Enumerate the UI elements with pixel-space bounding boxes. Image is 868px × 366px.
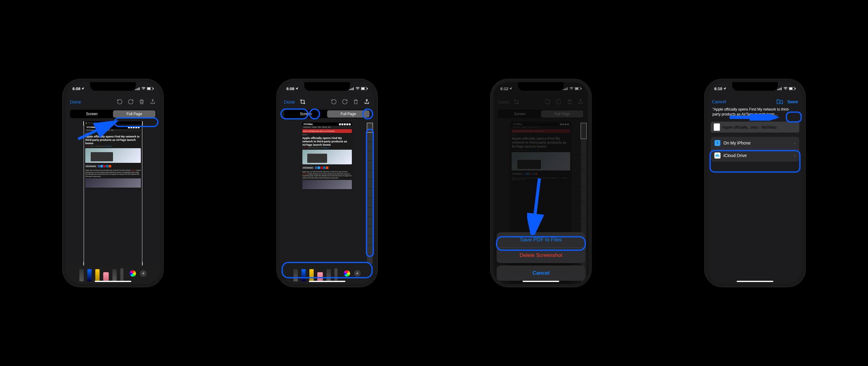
segmented-control[interactable]: Screen Full Page [70, 110, 156, 118]
filename-text: Apple officially...oms - 9to5Mac [722, 125, 777, 129]
notch [304, 82, 350, 91]
phone-1: 6:08 Done Screen Full Page [66, 82, 160, 284]
svg-rect-26 [781, 87, 781, 90]
segmented-control[interactable]: Screen Full Page [284, 110, 370, 118]
share-icon[interactable] [364, 98, 370, 105]
eraser-tool[interactable] [103, 272, 109, 281]
cancel-button[interactable]: Cancel [712, 99, 726, 104]
save-button[interactable]: Save [787, 99, 798, 104]
wifi-icon [142, 87, 146, 91]
cancel-button[interactable]: Cancel [497, 266, 585, 281]
home-indicator[interactable] [737, 281, 773, 282]
signal-bars-icon [777, 87, 782, 91]
tab-full-page[interactable]: Full Page [327, 110, 370, 118]
signal-bars-icon [349, 87, 354, 91]
location-on-my-iphone[interactable]: On My iPhone › [711, 137, 799, 149]
location-arrow-icon [81, 87, 84, 91]
pen-tool[interactable] [302, 269, 306, 281]
page-preview[interactable]: 9TO5Mac ExclusivesGuidesMaciPhoneWa Enjo… [301, 121, 353, 266]
share-icon[interactable] [149, 98, 156, 105]
pencil-tool[interactable] [80, 269, 84, 281]
lasso-tool[interactable] [113, 269, 117, 281]
svg-rect-13 [361, 87, 364, 90]
marker-tool[interactable] [309, 269, 314, 281]
color-picker[interactable] [129, 270, 136, 277]
article-byline: Zac Hall - Apr. 7th 2021 10:05 am PT @ap… [85, 145, 141, 147]
svg-rect-28 [789, 87, 792, 90]
save-pdf-button[interactable]: Save PDF to Files [497, 232, 585, 247]
article-date: APRIL 7 [85, 132, 141, 134]
signal-bars-icon [135, 87, 140, 91]
notch [90, 82, 136, 91]
add-button[interactable]: + [140, 270, 147, 277]
svg-rect-5 [148, 87, 151, 90]
chevron-right-icon: › [794, 153, 796, 158]
file-quote: "Apple officially opens Find My network … [713, 107, 798, 117]
tab-screen[interactable]: Screen [70, 110, 113, 118]
battery-icon [147, 87, 154, 91]
done-button[interactable]: Done [284, 99, 295, 104]
icloud-icon [714, 152, 720, 158]
ruler-tool[interactable] [120, 269, 123, 281]
location-icloud-drive[interactable]: iCloud Drive › [711, 149, 799, 162]
location-arrow-icon [723, 87, 726, 91]
lasso-tool[interactable] [327, 269, 331, 281]
undo-icon[interactable] [116, 98, 123, 105]
svg-rect-2 [138, 88, 138, 90]
new-folder-icon[interactable] [776, 99, 783, 104]
svg-rect-10 [352, 88, 352, 90]
svg-rect-29 [795, 88, 796, 89]
delete-screenshot-button[interactable]: Delete Screenshot [497, 247, 585, 263]
eraser-tool[interactable] [317, 272, 323, 281]
marker-tool[interactable] [95, 269, 99, 281]
home-indicator[interactable] [309, 281, 345, 282]
phone-4: 6:10 Cancel Save "Apple officially opens… [708, 82, 802, 284]
status-time: 6:08 [286, 87, 294, 91]
pen-tool[interactable] [87, 269, 92, 281]
svg-rect-24 [778, 89, 779, 90]
action-sheet: Save PDF to Files Delete Screenshot Canc… [494, 82, 588, 284]
iphone-icon [714, 140, 720, 146]
location-list: On My iPhone › iCloud Drive › [711, 137, 799, 162]
phone-3: 6:12 Done Screen Full Page [494, 82, 588, 284]
phone-2: 6:08 Done Screen Full Page [280, 82, 374, 284]
add-button[interactable]: + [354, 270, 361, 277]
svg-rect-8 [349, 89, 350, 90]
svg-point-31 [717, 145, 718, 145]
hero-image [85, 148, 141, 163]
wifi-icon [783, 87, 788, 91]
home-indicator[interactable] [95, 281, 131, 282]
crop-icon[interactable] [299, 98, 306, 105]
notch [732, 82, 778, 91]
pencil-tool[interactable] [293, 269, 298, 281]
battery-icon [789, 87, 796, 91]
site-logo: 9TO5Mac [87, 126, 96, 128]
tab-screen[interactable]: Screen [285, 110, 327, 118]
inline-ad [85, 178, 141, 188]
battery-icon [361, 87, 368, 91]
wifi-icon [355, 87, 360, 91]
svg-rect-25 [780, 88, 780, 90]
home-indicator[interactable] [523, 281, 559, 282]
chevron-right-icon: › [794, 141, 796, 145]
svg-rect-23 [777, 89, 778, 90]
save-header: Cancel Save [708, 96, 802, 107]
color-picker[interactable] [344, 270, 350, 277]
redo-icon[interactable] [127, 98, 134, 105]
ruler-tool[interactable] [335, 269, 338, 281]
location-arrow-icon [295, 87, 299, 91]
markup-toolbar-top: Done [66, 96, 160, 108]
trash-icon[interactable] [138, 98, 145, 105]
done-button[interactable]: Done [70, 99, 81, 104]
article-headline: Apple officially opens Find My network t… [85, 135, 141, 145]
svg-rect-0 [135, 89, 136, 90]
social-icons [98, 165, 111, 167]
page-thumbnail-strip[interactable] [367, 123, 373, 264]
trash-icon[interactable] [352, 98, 359, 105]
filename-field[interactable]: Apple officially...oms - 9to5Mac [711, 122, 799, 132]
svg-rect-11 [353, 87, 354, 90]
redo-icon[interactable] [341, 98, 348, 105]
undo-icon[interactable] [331, 98, 337, 105]
tab-full-page[interactable]: Full Page [113, 110, 155, 118]
page-preview[interactable]: 🔒 9to5mac.com 9TO5Mac ExclusivesGuidesMa… [84, 121, 142, 266]
